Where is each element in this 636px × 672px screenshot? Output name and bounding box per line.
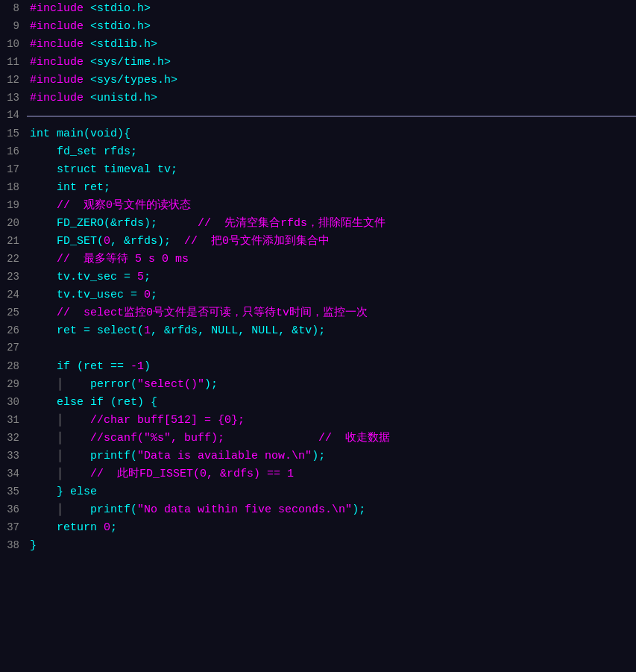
line-content: return 0; xyxy=(27,519,636,536)
line-number: 29 xyxy=(0,377,27,393)
line-content: tv.tv_usec = 0; xyxy=(27,286,636,304)
code-line: 13#include <unistd.h> xyxy=(0,90,636,107)
line-number: 28 xyxy=(0,359,27,375)
line-content: │ printf("Data is available now.\n"); xyxy=(27,448,636,465)
line-content: if (ret == -1) xyxy=(27,358,636,375)
line-content: │ //scanf("%s", buff); // 收走数据 xyxy=(27,430,636,447)
line-content: // 观察0号文件的读状态 xyxy=(27,197,636,214)
line-number: 33 xyxy=(0,448,27,465)
line-content: #include <stdlib.h> xyxy=(27,36,636,53)
line-number: 34 xyxy=(0,466,27,483)
line-number: 13 xyxy=(0,90,27,107)
line-content: #include <sys/types.h> xyxy=(27,72,636,89)
line-number: 15 xyxy=(0,126,27,142)
line-number: 17 xyxy=(0,162,27,178)
line-number: 20 xyxy=(0,216,27,232)
code-line: 14 xyxy=(0,107,636,125)
line-content: int main(void){ xyxy=(27,125,636,142)
code-line: 19 // 观察0号文件的读状态 xyxy=(0,197,636,215)
line-number: 25 xyxy=(0,305,27,321)
line-content: │ printf("No data within five seconds.\n… xyxy=(27,501,636,518)
line-number: 18 xyxy=(0,180,27,196)
code-line: 11#include <sys/time.h> xyxy=(0,54,636,72)
line-content: fd_set rfds; xyxy=(27,143,636,160)
line-number: 27 xyxy=(0,340,27,357)
line-content: #include <stdio.h> xyxy=(27,0,636,17)
line-content: struct timeval tv; xyxy=(27,161,636,178)
line-content: FD_ZERO(&rfds); // 先清空集合rfds，排除陌生文件 xyxy=(27,215,636,232)
code-line: 9#include <stdio.h> xyxy=(0,18,636,36)
code-line: 25 // select监控0号文件是否可读，只等待tv时间，监控一次 xyxy=(0,304,636,322)
line-number: 21 xyxy=(0,233,27,250)
code-line: 26 ret = select(1, &rfds, NULL, NULL, &t… xyxy=(0,322,636,340)
line-number: 19 xyxy=(0,198,27,214)
line-number: 37 xyxy=(0,520,27,536)
line-number: 22 xyxy=(0,251,27,268)
line-content: tv.tv_sec = 5; xyxy=(27,269,636,286)
line-number: 16 xyxy=(0,144,27,160)
code-line: 28 if (ret == -1) xyxy=(0,358,636,376)
line-number: 8 xyxy=(0,1,27,17)
line-content: FD_SET(0, &rfds); // 把0号文件添加到集合中 xyxy=(27,233,636,250)
code-line: 30 else if (ret) { xyxy=(0,394,636,412)
line-content: } else xyxy=(27,483,636,500)
code-line: 18 int ret; xyxy=(0,179,636,197)
line-number: 11 xyxy=(0,54,27,71)
line-number: 30 xyxy=(0,395,27,411)
code-line: 27 xyxy=(0,340,636,358)
line-number: 24 xyxy=(0,287,27,304)
line-number: 35 xyxy=(0,484,27,500)
code-line: 29 │ perror("select()"); xyxy=(0,376,636,394)
line-content: │ perror("select()"); xyxy=(27,376,636,393)
code-line: 16 fd_set rfds; xyxy=(0,143,636,161)
code-line: 20 FD_ZERO(&rfds); // 先清空集合rfds，排除陌生文件 xyxy=(0,215,636,233)
line-number: 38 xyxy=(0,538,27,554)
line-content: │ //char buff[512] = {0}; xyxy=(27,412,636,429)
code-line: 17 struct timeval tv; xyxy=(0,161,636,179)
line-number: 14 xyxy=(0,107,27,124)
code-line: 37 return 0; xyxy=(0,519,636,537)
code-line: 36 │ printf("No data within five seconds… xyxy=(0,501,636,519)
line-content: #include <stdio.h> xyxy=(27,18,636,35)
code-line: 33 │ printf("Data is available now.\n"); xyxy=(0,448,636,465)
line-number: 12 xyxy=(0,72,27,89)
code-line: 22 // 最多等待 5 s 0 ms xyxy=(0,251,636,269)
line-content: #include <unistd.h> xyxy=(27,90,636,107)
code-line: 23 tv.tv_sec = 5; xyxy=(0,269,636,286)
line-content: │ // 此时FD_ISSET(0, &rdfs) == 1 xyxy=(27,465,636,483)
line-number: 9 xyxy=(0,19,27,35)
line-content: #include <sys/time.h> xyxy=(27,54,636,71)
code-editor: 8#include <stdio.h>9#include <stdio.h>10… xyxy=(0,0,636,672)
code-line: 38} xyxy=(0,537,636,555)
line-number: 10 xyxy=(0,37,27,53)
code-line: 24 tv.tv_usec = 0; xyxy=(0,286,636,304)
line-content: int ret; xyxy=(27,179,636,196)
line-number: 23 xyxy=(0,269,27,286)
line-number: 32 xyxy=(0,430,27,447)
line-content: // 最多等待 5 s 0 ms xyxy=(27,251,636,268)
code-line: 34 │ // 此时FD_ISSET(0, &rdfs) == 1 xyxy=(0,465,636,483)
code-line: 15int main(void){ xyxy=(0,125,636,143)
line-content: } xyxy=(27,537,636,554)
code-line: 31 │ //char buff[512] = {0}; xyxy=(0,412,636,430)
code-line: 35 } else xyxy=(0,483,636,501)
code-line: 21 FD_SET(0, &rfds); // 把0号文件添加到集合中 xyxy=(0,233,636,251)
code-line: 10#include <stdlib.h> xyxy=(0,36,636,54)
line-content: ret = select(1, &rfds, NULL, NULL, &tv); xyxy=(27,322,636,339)
separator xyxy=(27,116,636,117)
line-number: 36 xyxy=(0,502,27,518)
code-line: 12#include <sys/types.h> xyxy=(0,72,636,90)
line-number: 31 xyxy=(0,412,27,429)
line-number: 26 xyxy=(0,323,27,339)
line-content: else if (ret) { xyxy=(27,394,636,411)
code-line: 8#include <stdio.h> xyxy=(0,0,636,18)
line-content: // select监控0号文件是否可读，只等待tv时间，监控一次 xyxy=(27,304,636,321)
code-line: 32 │ //scanf("%s", buff); // 收走数据 xyxy=(0,430,636,448)
